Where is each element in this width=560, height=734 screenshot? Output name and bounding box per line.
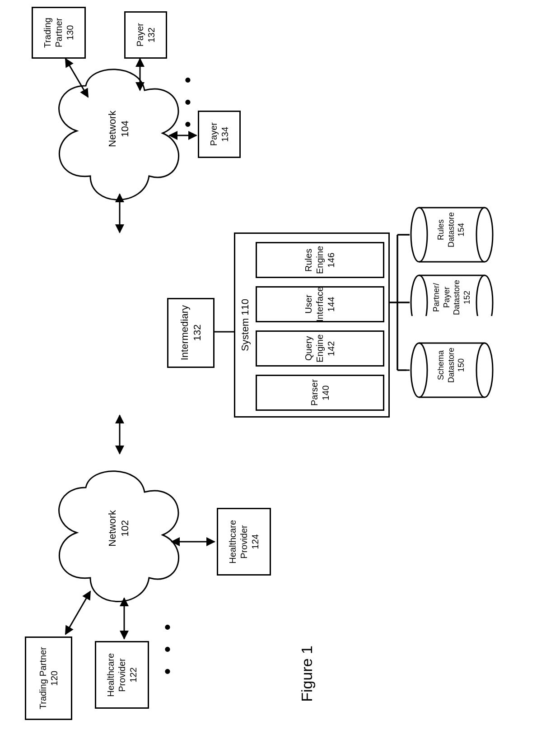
svg-point-12: [411, 208, 427, 262]
hc124-l3: 124: [250, 534, 260, 549]
rules-ds-label: Rules Datastore 154: [436, 212, 467, 247]
pp-l1: Partner/: [432, 283, 441, 312]
node-trading-partner-120: Trading Partner 120: [25, 636, 72, 720]
tp120-l1: Trading Partner: [38, 647, 48, 709]
schema-ds-label: Schema Datastore 150: [436, 348, 467, 383]
net104-l1: Network: [107, 111, 118, 147]
p134-l1: Payer: [209, 122, 219, 146]
tp120-l2: 120: [49, 671, 59, 686]
parser-label: Parser 140: [309, 380, 331, 406]
node-user-interface: User Interface 144: [256, 286, 384, 322]
ui-label-1: User Interface: [303, 287, 325, 322]
tp130-l1: Trading: [42, 18, 52, 48]
tp130-l2: Partner: [54, 18, 64, 48]
hc124-l2: Provider: [239, 525, 249, 558]
svg-point-33: [476, 343, 493, 397]
svg-point-15: [476, 208, 493, 262]
schema-l3: 150: [457, 358, 466, 372]
node-system: System 110 Parser 140 Query Engine 142 U…: [234, 232, 390, 418]
svg-line-19: [65, 591, 90, 634]
rds-l1: Rules: [436, 219, 445, 240]
node-healthcare-122: Healthcare Provider 122: [95, 641, 149, 709]
hc124-l1: Healthcare: [228, 520, 238, 564]
net104-l2: 104: [119, 121, 131, 137]
node-payer-134: Payer 134: [198, 111, 241, 158]
svg-point-10: [476, 275, 493, 330]
network-102-label: Network 102: [106, 510, 131, 547]
hc122-l2: Provider: [117, 658, 127, 692]
figure-caption: Figure 1: [298, 646, 316, 702]
schema-l2: Datastore: [447, 348, 456, 383]
node-intermediary: Intermediary 132: [167, 298, 215, 368]
net102-l2: 102: [119, 520, 131, 537]
query-engine-label-1: Query Engine: [303, 334, 325, 362]
net102-l1: Network: [107, 510, 118, 547]
rules-engine-label-2: 146: [326, 252, 336, 267]
node-trading-partner-130: Trading Partner 130: [32, 7, 86, 59]
schema-l1: Schema: [436, 350, 445, 380]
p132-l2: 132: [146, 28, 156, 42]
query-engine-label-2: 142: [326, 341, 336, 356]
ellipsis-healthcare: ● ● ●: [160, 618, 175, 679]
node-healthcare-124: Healthcare Provider 124: [217, 508, 271, 576]
intermediary-label-2: 132: [191, 325, 203, 341]
node-query-engine: Query Engine 142: [256, 330, 384, 367]
rules-engine-label-1: Rules Engine: [303, 246, 325, 274]
node-rules-engine: Rules Engine 146: [256, 242, 384, 278]
p134-l2: 134: [220, 127, 230, 142]
ui-label-2: 144: [326, 297, 336, 311]
hc122-l3: 122: [128, 667, 138, 682]
ellipsis-payer: ● ● ●: [181, 71, 196, 132]
system-title: System 110: [239, 299, 252, 351]
svg-point-5: [476, 343, 493, 397]
node-parser: Parser 140: [256, 375, 384, 411]
rds-l3: 154: [457, 223, 466, 237]
pp-l2: Payer: [442, 287, 451, 308]
node-payer-132: Payer 132: [124, 11, 167, 59]
p132-l1: Payer: [135, 23, 145, 46]
pp-l3: Datastore: [452, 280, 461, 315]
svg-point-30: [411, 343, 427, 397]
partner-payer-ds-label: Partner/ Payer Datastore 152: [431, 280, 472, 315]
intermediary-label-1: Intermediary: [179, 305, 190, 360]
svg-line-22: [65, 59, 88, 97]
hc122-l1: Healthcare: [106, 653, 116, 697]
pp-l4: 152: [462, 291, 471, 304]
tp130-l3: 130: [65, 25, 75, 40]
diagram-stage: Intermediary 132 System 110 Parser 140 Q…: [0, 0, 560, 734]
svg-point-7: [411, 275, 427, 330]
network-104-label: Network 104: [106, 111, 131, 147]
svg-point-2: [411, 343, 427, 397]
rds-l2: Datastore: [447, 212, 456, 247]
